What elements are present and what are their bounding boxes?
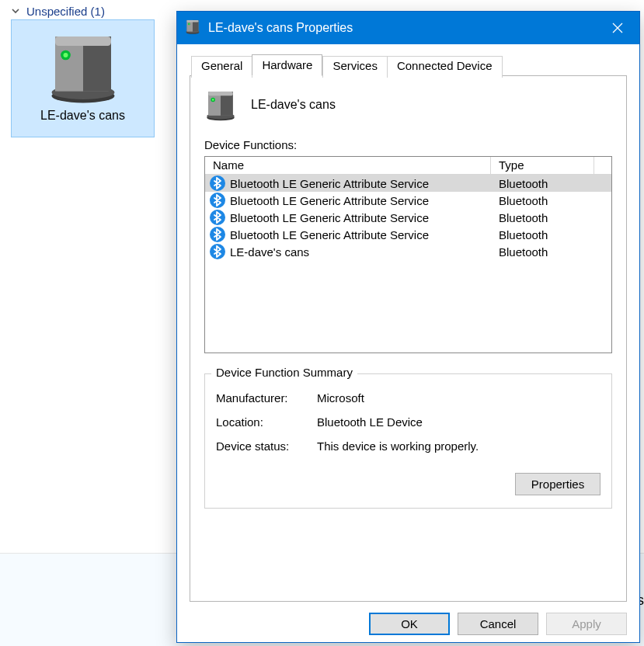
bluetooth-icon: [210, 227, 225, 242]
row-name: LE-dave's cans: [230, 245, 491, 259]
device-card[interactable]: LE-dave's cans: [11, 19, 155, 137]
summary-location-key: Location:: [216, 415, 317, 429]
summary-status-key: Device status:: [216, 439, 317, 453]
row-type: Bluetooth: [491, 245, 548, 259]
titlebar-title: LE-dave's cans Properties: [208, 21, 596, 35]
table-header: Name Type: [205, 157, 611, 175]
device-heading-label: LE-dave's cans: [251, 98, 336, 112]
row-name: Bluetooth LE Generic Attribute Service: [230, 228, 491, 241]
bluetooth-icon: [210, 175, 225, 191]
tab-panel-hardware: LE-dave's cans Device Functions: Name Ty…: [190, 75, 627, 602]
ok-button[interactable]: OK: [369, 613, 450, 635]
tab-hardware[interactable]: Hardware: [252, 54, 322, 76]
close-button[interactable]: [596, 12, 639, 44]
table-row[interactable]: Bluetooth LE Generic Attribute ServiceBl…: [205, 192, 611, 209]
table-row[interactable]: LE-dave's cansBluetooth: [205, 243, 611, 260]
bluetooth-icon: [210, 210, 225, 225]
tabstrip: General Hardware Services Connected Devi…: [191, 54, 627, 75]
device-function-summary: Device Function Summary Manufacturer: Mi…: [204, 373, 612, 509]
row-type: Bluetooth: [491, 228, 548, 241]
summary-legend: Device Function Summary: [211, 366, 357, 379]
row-type: Bluetooth: [491, 177, 548, 190]
dialog-body: General Hardware Services Connected Devi…: [177, 44, 639, 602]
device-drive-icon: [46, 30, 120, 104]
bluetooth-icon: [210, 244, 225, 259]
properties-button[interactable]: Properties: [515, 473, 600, 495]
summary-location-value: Bluetooth LE Device: [317, 415, 423, 429]
chevron-down-icon: [11, 5, 20, 18]
row-name: Bluetooth LE Generic Attribute Service: [230, 211, 491, 224]
dialog-footer: OK Cancel Apply: [177, 602, 639, 646]
summary-manufacturer-value: Microsoft: [317, 391, 364, 405]
row-type: Bluetooth: [491, 194, 548, 207]
summary-status-value: This device is working properly.: [317, 439, 479, 453]
summary-manufacturer-key: Manufacturer:: [216, 391, 317, 405]
titlebar-drive-icon: [185, 19, 200, 37]
cancel-button[interactable]: Cancel: [458, 613, 538, 635]
tab-general[interactable]: General: [191, 56, 252, 78]
table-row[interactable]: Bluetooth LE Generic Attribute ServiceBl…: [205, 175, 611, 192]
device-card-label: LE-dave's cans: [15, 109, 151, 123]
bluetooth-icon: [210, 193, 225, 208]
column-header-name[interactable]: Name: [205, 157, 491, 174]
column-header-type[interactable]: Type: [491, 157, 594, 174]
tab-services[interactable]: Services: [322, 56, 388, 78]
row-type: Bluetooth: [491, 211, 548, 224]
row-name: Bluetooth LE Generic Attribute Service: [230, 177, 491, 190]
close-icon: [612, 23, 623, 33]
device-functions-label: Device Functions:: [204, 138, 612, 151]
properties-dialog: LE-dave's cans Properties General Hardwa…: [176, 11, 640, 643]
tab-connected[interactable]: Connected Device: [387, 56, 503, 78]
table-row[interactable]: Bluetooth LE Generic Attribute ServiceBl…: [205, 226, 611, 243]
device-heading-icon: [204, 89, 237, 121]
titlebar[interactable]: LE-dave's cans Properties: [177, 12, 639, 44]
group-header-label: Unspecified (1): [26, 5, 105, 18]
apply-button[interactable]: Apply: [546, 613, 627, 635]
table-row[interactable]: Bluetooth LE Generic Attribute ServiceBl…: [205, 209, 611, 226]
row-name: Bluetooth LE Generic Attribute Service: [230, 194, 491, 207]
device-functions-table[interactable]: Name Type Bluetooth LE Generic Attribute…: [204, 156, 612, 353]
column-header-spare: [594, 164, 611, 168]
device-heading: LE-dave's cans: [204, 89, 612, 121]
